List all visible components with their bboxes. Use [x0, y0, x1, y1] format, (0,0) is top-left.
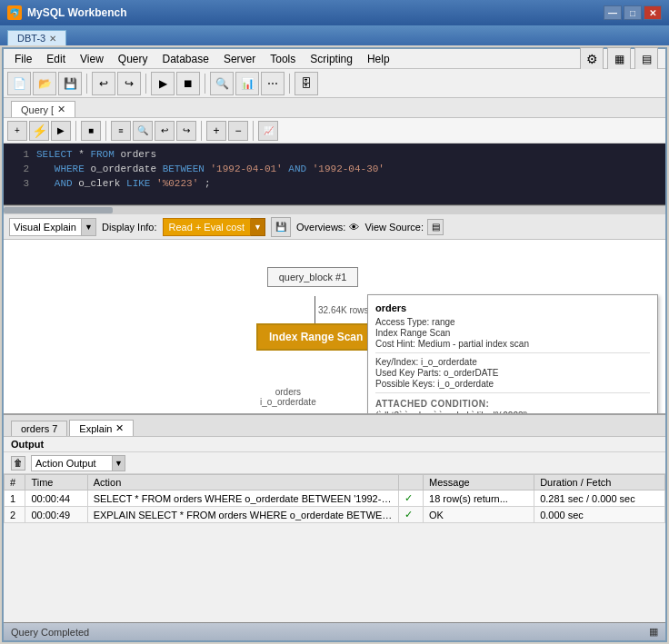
query-tab-bar: Query [ ✕: [4, 98, 665, 118]
zoom-out-btn[interactable]: −: [228, 121, 248, 141]
maximize-btn[interactable]: □: [624, 5, 642, 20]
minimize-btn[interactable]: —: [604, 5, 622, 20]
display-value[interactable]: Read + Eval cost: [163, 218, 251, 236]
col-time: Time: [25, 475, 87, 490]
menu-server[interactable]: Server: [216, 51, 263, 67]
db-tab-dbt3[interactable]: DBT-3 ✕: [7, 30, 66, 45]
overviews-icon: 👁: [349, 222, 359, 233]
row1-message: 18 row(s) return...: [424, 490, 534, 507]
code-line-3: 3 AND o_clerk LIKE '%0223' ;: [4, 176, 665, 191]
stop-exec-btn[interactable]: ■: [81, 121, 101, 141]
open-btn[interactable]: 📂: [33, 72, 56, 95]
menu-scripting[interactable]: Scripting: [303, 51, 360, 67]
window-controls: — □ ✕: [604, 5, 662, 20]
view-source-btn[interactable]: View Source: ▤: [364, 219, 444, 235]
bottom-panel: orders 7 Explain ✕ Output 🗑 Action Outpu…: [4, 413, 665, 622]
view-icon[interactable]: ▤: [634, 47, 658, 71]
query-tab-1[interactable]: Query [ ✕: [11, 101, 75, 117]
row1-duration: 0.281 sec / 0.000 sec: [534, 490, 665, 507]
undo-btn[interactable]: ↩: [92, 72, 115, 95]
clear-output-btn[interactable]: 🗑: [11, 456, 25, 471]
index-name: i_o_orderdate: [260, 397, 316, 407]
redo-btn[interactable]: ↪: [117, 72, 141, 95]
new-tab-btn[interactable]: +: [7, 121, 27, 141]
toolbar-sep-3: [205, 74, 205, 94]
code-editor[interactable]: 1 SELECT * FROM orders 2 WHERE o_orderda…: [4, 144, 665, 205]
row1-action: SELECT * FROM orders WHERE o_orderdate B…: [87, 490, 398, 507]
execute-btn[interactable]: ⚡: [29, 121, 49, 141]
menu-tools[interactable]: Tools: [263, 51, 303, 67]
view-select[interactable]: Visual Explain: [9, 218, 82, 236]
menu-help[interactable]: Help: [360, 51, 397, 67]
more-btn[interactable]: ⋯: [261, 72, 285, 95]
find-btn[interactable]: 🔍: [133, 121, 153, 141]
bottom-tab-explain-close[interactable]: ✕: [115, 422, 124, 434]
close-btn[interactable]: ✕: [644, 5, 662, 20]
results-table: # Time Action Message Duration / Fetch 1: [4, 474, 665, 523]
zoom-in-btn[interactable]: +: [206, 121, 226, 141]
h-scrollbar[interactable]: [4, 205, 665, 214]
content-area: Query [ ✕ + ⚡ ▶ ■ ≡ 🔍 ↩ ↪ + − 📈 1: [4, 98, 665, 622]
output-label: Output: [4, 437, 665, 452]
bottom-tab-bar: orders 7 Explain ✕: [4, 415, 665, 437]
db-tab-close[interactable]: ✕: [49, 34, 56, 44]
title-bar: 🐬 MySQL Workbench — □ ✕: [0, 0, 669, 25]
run-btn[interactable]: ▶: [151, 72, 175, 95]
code-line-1: 1 SELECT * FROM orders: [4, 147, 665, 162]
lower-area: query_block #1 32.64K rows Index Range S…: [4, 240, 665, 622]
bottom-tab-orders-label: orders 7: [21, 423, 57, 434]
explain-visual-btn[interactable]: 📈: [258, 121, 278, 141]
action-output-arrow[interactable]: ▼: [113, 455, 125, 471]
menu-view[interactable]: View: [73, 51, 111, 67]
action-output-select[interactable]: Action Output: [31, 455, 113, 471]
row2-status: ✓: [399, 507, 424, 523]
save-btn[interactable]: 💾: [58, 72, 82, 95]
save-explain-btn[interactable]: 💾: [271, 217, 291, 237]
q-sep-3: [201, 121, 202, 141]
execute-selection-btn[interactable]: ▶: [51, 121, 71, 141]
view-select-arrow[interactable]: ▼: [82, 218, 96, 236]
menu-file[interactable]: File: [7, 51, 39, 67]
bottom-tab-orders[interactable]: orders 7: [11, 421, 67, 436]
app-title: MySQL Workbench: [27, 6, 604, 19]
view-source-icon[interactable]: ▤: [427, 219, 444, 235]
overviews-btn[interactable]: Overviews: 👁: [296, 222, 359, 233]
action-output-wrapper: Action Output ▼: [31, 455, 125, 471]
settings-icon[interactable]: ⚙: [580, 47, 604, 71]
row2-action: EXPLAIN SELECT * FROM orders WHERE o_ord…: [87, 507, 398, 523]
display-select-arrow[interactable]: ▼: [251, 218, 265, 236]
results-scroll[interactable]: # Time Action Message Duration / Fetch 1: [4, 474, 665, 622]
db-tab-label: DBT-3: [17, 33, 45, 44]
col-action: Action: [87, 475, 398, 490]
status-icon: ▦: [649, 626, 658, 638]
query-tab-close[interactable]: ✕: [57, 104, 65, 115]
stop-btn[interactable]: ⏹: [176, 72, 200, 95]
toolbar-sep-2: [145, 74, 146, 94]
main-window: File Edit View Query Database Server Too…: [2, 47, 667, 642]
format-btn[interactable]: ≡: [111, 121, 131, 141]
row2-num: 2: [5, 507, 25, 523]
tooltip-used-key: Used Key Parts: o_orderDATE: [375, 368, 650, 378]
redo-q-btn[interactable]: ↪: [176, 121, 196, 141]
tooltip-index-scan: Index Range Scan: [375, 328, 650, 338]
search-btn[interactable]: 🔍: [210, 72, 234, 95]
app-icon: 🐬: [7, 5, 22, 20]
row1-status: ✓: [399, 490, 424, 507]
bottom-tab-explain[interactable]: Explain ✕: [69, 420, 134, 436]
menu-query[interactable]: Query: [111, 51, 155, 67]
q-sep-1: [75, 121, 76, 141]
schema-btn[interactable]: 🗄: [295, 72, 318, 95]
main-toolbar: 📄 📂 💾 ↩ ↪ ▶ ⏹ 🔍 📊 ⋯ 🗄: [4, 69, 665, 98]
new-file-btn[interactable]: 📄: [7, 72, 31, 95]
layout-icon[interactable]: ▦: [607, 47, 631, 71]
explain-tooltip: orders Access Type: range Index Range Sc…: [367, 294, 658, 413]
menu-edit[interactable]: Edit: [39, 51, 73, 67]
row2-duration: 0.000 sec: [534, 507, 665, 523]
explain-btn[interactable]: 📊: [235, 72, 259, 95]
menu-database[interactable]: Database: [155, 51, 216, 67]
undo-q-btn[interactable]: ↩: [155, 121, 175, 141]
row-count-label: 32.64K rows: [318, 305, 369, 315]
db-tab-bar: DBT-3 ✕: [0, 25, 669, 45]
results-header: # Time Action Message Duration / Fetch: [5, 475, 665, 490]
tooltip-attached-label: Attached Condition:: [375, 399, 650, 409]
